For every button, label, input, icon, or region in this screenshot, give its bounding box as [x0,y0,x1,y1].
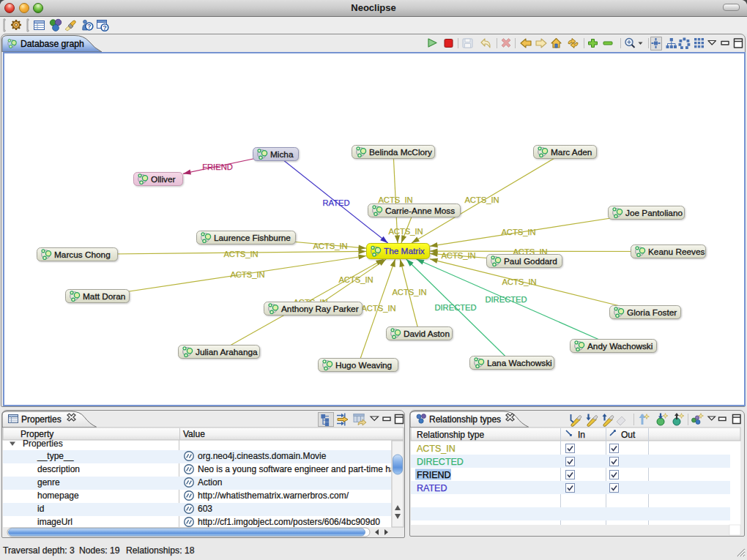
svg-text:Micha: Micha [270,149,294,160]
svg-text:Belinda McClory: Belinda McClory [369,147,432,157]
svg-text:David Aston: David Aston [404,329,450,339]
svg-text:Keanu Reeves: Keanu Reeves [648,247,705,257]
svg-text:ACTS_IN: ACTS_IN [502,277,536,286]
svg-text:genre: genre [37,477,60,488]
svg-text:ACTS_IN: ACTS_IN [417,444,456,454]
svg-text:DIRECTED: DIRECTED [417,457,464,467]
svg-text:Relationship type: Relationship type [417,430,484,440]
svg-text:Database graph: Database graph [21,39,84,49]
svg-text:Hugo Weaving: Hugo Weaving [335,360,392,370]
svg-text:Neo is a young software engine: Neo is a young software engineer and par… [198,464,400,474]
svg-text:Properties: Properties [23,438,63,449]
svg-text:ACTS_IN: ACTS_IN [441,251,475,260]
svg-text:Laurence Fishburne: Laurence Fishburne [214,233,291,243]
svg-text:description: description [37,464,80,474]
svg-text:Carrie-Anne Moss: Carrie-Anne Moss [385,206,455,216]
svg-text:id: id [37,504,44,514]
svg-text:ACTS_IN: ACTS_IN [223,250,258,258]
svg-text:Action: Action [198,477,222,488]
svg-text:Olliver: Olliver [151,174,175,184]
svg-text:FRIEND: FRIEND [417,470,451,480]
svg-text:FRIEND: FRIEND [202,163,233,171]
svg-text:Relationship types: Relationship types [429,414,501,425]
svg-text:Anthony Ray Parker: Anthony Ray Parker [281,304,359,314]
svg-text:http://cf1.imgobject.com/poste: http://cf1.imgobject.com/posters/606/4bc… [198,517,380,527]
svg-text:603: 603 [198,504,212,514]
svg-text:Joe Pantoliano: Joe Pantoliano [625,208,683,218]
svg-text:RATED: RATED [417,483,447,493]
svg-text:ACTS_IN: ACTS_IN [388,227,423,236]
svg-text:Marcus Chong: Marcus Chong [54,250,111,260]
svg-text:homepage: homepage [37,490,79,501]
svg-text:Gloria Foster: Gloria Foster [627,307,677,318]
svg-text:ACTS_IN: ACTS_IN [338,275,373,284]
svg-text:http://whatisthematrix.warnerb: http://whatisthematrix.warnerbros.com/ [198,490,349,501]
svg-text:Paul Goddard: Paul Goddard [504,256,557,266]
svg-text:The Matrix: The Matrix [384,246,425,256]
svg-text:Matt Doran: Matt Doran [83,291,125,302]
svg-text:ACTS_IN: ACTS_IN [313,242,347,250]
svg-text:Andy Wachowski: Andy Wachowski [587,341,653,351]
svg-text:ACTS_IN: ACTS_IN [464,195,499,204]
svg-text:?: ? [103,24,107,31]
svg-text:?: ? [87,23,92,30]
svg-text:Value: Value [183,429,205,439]
svg-text:DIRECTED: DIRECTED [434,303,476,312]
svg-text:ACTS_IN: ACTS_IN [392,288,426,296]
svg-text:RATED: RATED [322,198,349,207]
svg-text:In: In [578,430,585,440]
svg-text:Out: Out [621,430,636,440]
svg-text:Properties: Properties [21,414,62,425]
svg-text:Marc Aden: Marc Aden [551,147,592,157]
svg-text:Julian Arahanga: Julian Arahanga [196,347,258,357]
svg-text:ACTS_IN: ACTS_IN [361,304,395,313]
svg-text:ACTS_IN: ACTS_IN [230,270,264,279]
svg-text:DIRECTED: DIRECTED [485,295,527,304]
svg-text:org.neo4j.cineasts.domain.Movi: org.neo4j.cineasts.domain.Movie [198,451,327,461]
svg-text:Lana Wachowski: Lana Wachowski [487,358,552,368]
svg-text:ACTS_IN: ACTS_IN [501,228,535,236]
svg-text:imageUrl: imageUrl [37,517,73,527]
svg-text:ACTS_IN: ACTS_IN [378,195,412,204]
svg-text:__type__: __type__ [37,451,74,461]
